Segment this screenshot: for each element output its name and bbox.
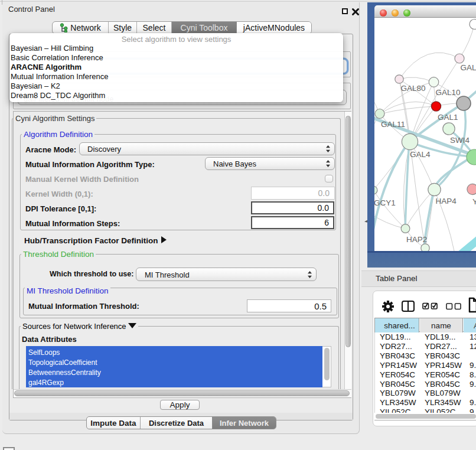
svg-text:GAL4: GAL4 (410, 150, 431, 159)
svg-text:Y: Y (472, 197, 476, 206)
svg-text:GCY1: GCY1 (374, 198, 396, 207)
svg-text:HAP4: HAP4 (435, 197, 457, 206)
svg-text:SWI4: SWI4 (450, 136, 470, 145)
svg-text:GAL10: GAL10 (436, 88, 461, 97)
svg-text:GAL80: GAL80 (401, 84, 426, 93)
svg-text:GAL11: GAL11 (381, 120, 405, 129)
svg-text:GAL: GAL (461, 63, 476, 72)
svg-text:GAL1: GAL1 (438, 113, 458, 122)
svg-text:HAP2: HAP2 (406, 235, 427, 244)
